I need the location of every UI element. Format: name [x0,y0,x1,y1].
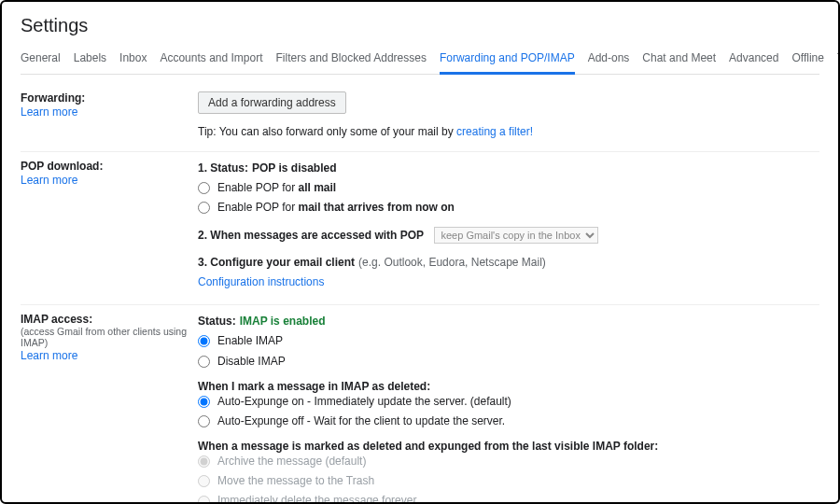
imap-status-label: Status: [198,313,236,330]
auto-expunge-on-radio[interactable] [198,396,210,408]
tab-filters-blocked[interactable]: Filters and Blocked Addresses [276,46,427,74]
auto-expunge-off-label: Auto-Expunge off - Wait for the client t… [217,413,505,430]
section-imap-access: IMAP access: (access Gmail from other cl… [21,305,819,504]
pop-status-value: POP is disabled [252,160,336,177]
imap-learn-more-link[interactable]: Learn more [21,349,77,362]
pop-heading: POP download: [21,160,198,173]
pop-accessed-label: 2. When messages are accessed with POP [198,227,424,245]
pop-enable-new-label: Enable POP for mail that arrives from no… [217,199,455,217]
pop-enable-new-radio[interactable] [198,202,210,214]
expunge-delete-radio [198,496,210,504]
pop-configure-hint: (e.g. Outlook, Eudora, Netscape Mail) [358,254,546,272]
tab-general[interactable]: General [21,46,61,74]
forwarding-learn-more-link[interactable]: Learn more [21,105,77,119]
imap-deleted-heading: When I mark a message in IMAP as deleted… [198,380,819,393]
imap-enable-label: Enable IMAP [217,332,283,350]
pop-enable-all-radio[interactable] [198,182,210,194]
tab-forwarding-pop-imap[interactable]: Forwarding and POP/IMAP [440,46,575,75]
expunge-trash-label: Move the message to the Trash [217,472,374,490]
section-pop-download: POP download: Learn more 1. Status: POP … [21,152,819,305]
section-forwarding: Forwarding: Learn more Add a forwarding … [21,84,819,152]
imap-disable-radio[interactable] [198,356,210,368]
pop-learn-more-link[interactable]: Learn more [21,174,77,187]
pop-status-label: 1. Status: [198,160,248,177]
imap-status-value: IMAP is enabled [240,313,326,330]
create-filter-link[interactable]: creating a filter! [456,125,533,138]
tab-inbox[interactable]: Inbox [119,46,147,74]
forwarding-heading: Forwarding: [21,91,198,105]
pop-enable-all-label: Enable POP for all mail [217,179,336,197]
auto-expunge-on-label: Auto-Expunge on - Immediately update the… [217,393,511,411]
pop-configure-label: 3. Configure your email client [198,254,355,272]
imap-heading: IMAP access: [21,313,198,326]
pop-config-instructions-link[interactable]: Configuration instructions [198,273,324,291]
tab-labels[interactable]: Labels [74,46,106,74]
pop-accessed-select[interactable]: keep Gmail's copy in the Inbox [434,227,598,244]
expunge-archive-label: Archive the message (default) [217,453,366,470]
settings-tabs: General Labels Inbox Accounts and Import… [21,46,819,75]
expunge-trash-radio [198,475,210,487]
tab-chat-meet[interactable]: Chat and Meet [642,46,716,74]
imap-subheading: (access Gmail from other clients using I… [21,326,198,348]
tab-addons[interactable]: Add-ons [588,46,630,74]
page-title: Settings [21,15,819,36]
forwarding-tip-text: Tip: You can also forward only some of y… [198,125,456,138]
tab-accounts-import[interactable]: Accounts and Import [160,46,262,74]
expunge-archive-radio [198,455,210,468]
tab-advanced[interactable]: Advanced [729,46,778,74]
tab-offline[interactable]: Offline [791,46,823,74]
imap-enable-radio[interactable] [198,335,210,347]
imap-expunged-heading: When a message is marked as deleted and … [198,440,819,453]
expunge-delete-label: Immediately delete the message forever [217,492,416,504]
auto-expunge-off-radio[interactable] [198,415,210,427]
imap-disable-label: Disable IMAP [217,353,286,371]
add-forwarding-address-button[interactable]: Add a forwarding address [198,91,346,114]
